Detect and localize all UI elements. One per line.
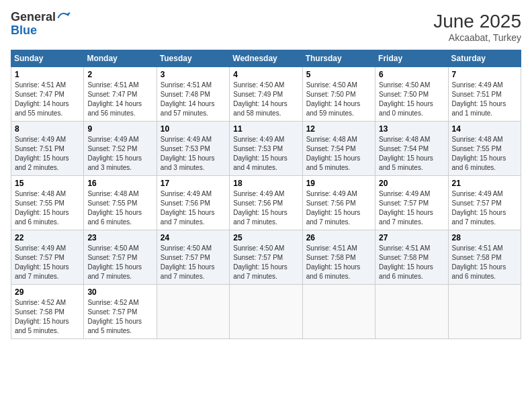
calendar-cell: 11Sunrise: 4:49 AMSunset: 7:53 PMDayligh…: [230, 122, 302, 176]
day-number: 2: [87, 70, 152, 79]
day-number: 23: [87, 233, 152, 242]
calendar-cell: 7Sunrise: 4:49 AMSunset: 7:51 PMDaylight…: [448, 67, 521, 122]
day-number: 15: [15, 179, 80, 188]
day-info: Sunrise: 4:48 AMSunset: 7:55 PMDaylight:…: [452, 135, 517, 173]
day-number: 3: [161, 70, 226, 79]
calendar-week-5: 29Sunrise: 4:52 AMSunset: 7:58 PMDayligh…: [11, 285, 521, 339]
day-number: 9: [87, 124, 152, 134]
day-number: 7: [452, 70, 517, 79]
day-info: Sunrise: 4:48 AMSunset: 7:55 PMDaylight:…: [87, 189, 152, 227]
calendar-cell: 25Sunrise: 4:50 AMSunset: 7:57 PMDayligh…: [230, 230, 302, 285]
day-info: Sunrise: 4:51 AMSunset: 7:58 PMDaylight:…: [452, 244, 517, 281]
day-info: Sunrise: 4:48 AMSunset: 7:54 PMDaylight:…: [306, 135, 371, 173]
day-info: Sunrise: 4:49 AMSunset: 7:51 PMDaylight:…: [15, 135, 80, 173]
day-info: Sunrise: 4:52 AMSunset: 7:57 PMDaylight:…: [87, 298, 152, 336]
calendar-cell: 23Sunrise: 4:50 AMSunset: 7:57 PMDayligh…: [84, 230, 157, 285]
logo-blue: Blue: [11, 24, 71, 38]
calendar-cell: [302, 285, 375, 339]
day-number: 11: [233, 124, 298, 134]
day-number: 24: [161, 233, 226, 242]
day-info: Sunrise: 4:49 AMSunset: 7:57 PMDaylight:…: [452, 189, 517, 227]
day-number: 30: [87, 287, 152, 297]
calendar-cell: 5Sunrise: 4:50 AMSunset: 7:50 PMDaylight…: [302, 67, 375, 122]
calendar-week-2: 8Sunrise: 4:49 AMSunset: 7:51 PMDaylight…: [11, 122, 521, 176]
calendar-cell: 21Sunrise: 4:49 AMSunset: 7:57 PMDayligh…: [448, 176, 521, 230]
day-info: Sunrise: 4:48 AMSunset: 7:55 PMDaylight:…: [15, 189, 80, 227]
calendar-week-4: 22Sunrise: 4:49 AMSunset: 7:57 PMDayligh…: [11, 230, 521, 285]
day-number: 12: [306, 124, 371, 134]
calendar-cell: 6Sunrise: 4:50 AMSunset: 7:50 PMDaylight…: [375, 67, 448, 122]
calendar-table: SundayMondayTuesdayWednesdayThursdayFrid…: [11, 50, 521, 339]
day-number: 20: [379, 179, 444, 188]
day-info: Sunrise: 4:51 AMSunset: 7:48 PMDaylight:…: [161, 81, 226, 118]
day-number: 17: [161, 179, 226, 188]
calendar-cell: [230, 285, 302, 339]
day-number: 6: [379, 70, 444, 79]
day-info: Sunrise: 4:49 AMSunset: 7:57 PMDaylight:…: [15, 244, 80, 281]
calendar-cell: 3Sunrise: 4:51 AMSunset: 7:48 PMDaylight…: [157, 67, 229, 122]
calendar-cell: 17Sunrise: 4:49 AMSunset: 7:56 PMDayligh…: [157, 176, 229, 230]
day-number: 1: [15, 70, 80, 79]
day-number: 22: [15, 233, 80, 242]
day-number: 13: [379, 124, 444, 134]
day-number: 29: [15, 287, 80, 297]
logo-icon: [57, 11, 71, 24]
calendar-cell: 18Sunrise: 4:49 AMSunset: 7:56 PMDayligh…: [230, 176, 302, 230]
day-info: Sunrise: 4:50 AMSunset: 7:50 PMDaylight:…: [379, 81, 444, 118]
header: General Blue June 2025 Akcaabat, Turkey: [11, 11, 521, 43]
day-info: Sunrise: 4:48 AMSunset: 7:54 PMDaylight:…: [379, 135, 444, 173]
calendar-cell: 9Sunrise: 4:49 AMSunset: 7:52 PMDaylight…: [84, 122, 157, 176]
day-info: Sunrise: 4:50 AMSunset: 7:57 PMDaylight:…: [87, 244, 152, 281]
day-info: Sunrise: 4:51 AMSunset: 7:58 PMDaylight:…: [379, 244, 444, 281]
calendar-cell: 28Sunrise: 4:51 AMSunset: 7:58 PMDayligh…: [448, 230, 521, 285]
calendar-cell: 27Sunrise: 4:51 AMSunset: 7:58 PMDayligh…: [375, 230, 448, 285]
day-info: Sunrise: 4:50 AMSunset: 7:57 PMDaylight:…: [161, 244, 226, 281]
calendar-cell: 14Sunrise: 4:48 AMSunset: 7:55 PMDayligh…: [448, 122, 521, 176]
day-info: Sunrise: 4:49 AMSunset: 7:56 PMDaylight:…: [233, 189, 298, 227]
calendar-cell: [448, 285, 521, 339]
day-info: Sunrise: 4:49 AMSunset: 7:53 PMDaylight:…: [161, 135, 226, 173]
day-number: 10: [161, 124, 226, 134]
calendar-header-sunday: Sunday: [11, 50, 84, 67]
calendar-cell: 24Sunrise: 4:50 AMSunset: 7:57 PMDayligh…: [157, 230, 229, 285]
calendar-cell: 8Sunrise: 4:49 AMSunset: 7:51 PMDaylight…: [11, 122, 84, 176]
calendar-cell: 10Sunrise: 4:49 AMSunset: 7:53 PMDayligh…: [157, 122, 229, 176]
day-number: 26: [306, 233, 371, 242]
day-number: 19: [306, 179, 371, 188]
day-number: 25: [233, 233, 298, 242]
calendar-header-wednesday: Wednesday: [230, 50, 302, 67]
day-info: Sunrise: 4:49 AMSunset: 7:52 PMDaylight:…: [87, 135, 152, 173]
calendar-header-friday: Friday: [375, 50, 448, 67]
calendar-cell: 15Sunrise: 4:48 AMSunset: 7:55 PMDayligh…: [11, 176, 84, 230]
day-info: Sunrise: 4:50 AMSunset: 7:57 PMDaylight:…: [233, 244, 298, 281]
calendar-week-1: 1Sunrise: 4:51 AMSunset: 7:47 PMDaylight…: [11, 67, 521, 122]
calendar-header-tuesday: Tuesday: [157, 50, 229, 67]
calendar-cell: 26Sunrise: 4:51 AMSunset: 7:58 PMDayligh…: [302, 230, 375, 285]
logo-general: General: [11, 11, 56, 24]
day-info: Sunrise: 4:50 AMSunset: 7:49 PMDaylight:…: [233, 81, 298, 118]
calendar-cell: 22Sunrise: 4:49 AMSunset: 7:57 PMDayligh…: [11, 230, 84, 285]
day-info: Sunrise: 4:49 AMSunset: 7:56 PMDaylight:…: [306, 189, 371, 227]
calendar-header-row: SundayMondayTuesdayWednesdayThursdayFrid…: [11, 50, 521, 67]
calendar-cell: 12Sunrise: 4:48 AMSunset: 7:54 PMDayligh…: [302, 122, 375, 176]
calendar-cell: 13Sunrise: 4:48 AMSunset: 7:54 PMDayligh…: [375, 122, 448, 176]
day-number: 4: [233, 70, 298, 79]
day-number: 16: [87, 179, 152, 188]
calendar-cell: 2Sunrise: 4:51 AMSunset: 7:47 PMDaylight…: [84, 67, 157, 122]
title-area: June 2025 Akcaabat, Turkey: [433, 11, 521, 43]
day-info: Sunrise: 4:51 AMSunset: 7:47 PMDaylight:…: [15, 81, 80, 118]
day-info: Sunrise: 4:49 AMSunset: 7:51 PMDaylight:…: [452, 81, 517, 118]
calendar-cell: 29Sunrise: 4:52 AMSunset: 7:58 PMDayligh…: [11, 285, 84, 339]
calendar-header-saturday: Saturday: [448, 50, 521, 67]
day-info: Sunrise: 4:49 AMSunset: 7:56 PMDaylight:…: [161, 189, 226, 227]
calendar-cell: 20Sunrise: 4:49 AMSunset: 7:57 PMDayligh…: [375, 176, 448, 230]
location-title: Akcaabat, Turkey: [433, 32, 521, 43]
day-number: 18: [233, 179, 298, 188]
day-number: 21: [452, 179, 517, 188]
day-info: Sunrise: 4:51 AMSunset: 7:58 PMDaylight:…: [306, 244, 371, 281]
day-number: 14: [452, 124, 517, 134]
day-info: Sunrise: 4:49 AMSunset: 7:57 PMDaylight:…: [379, 189, 444, 227]
day-info: Sunrise: 4:50 AMSunset: 7:50 PMDaylight:…: [306, 81, 371, 118]
day-info: Sunrise: 4:49 AMSunset: 7:53 PMDaylight:…: [233, 135, 298, 173]
calendar-cell: 30Sunrise: 4:52 AMSunset: 7:57 PMDayligh…: [84, 285, 157, 339]
